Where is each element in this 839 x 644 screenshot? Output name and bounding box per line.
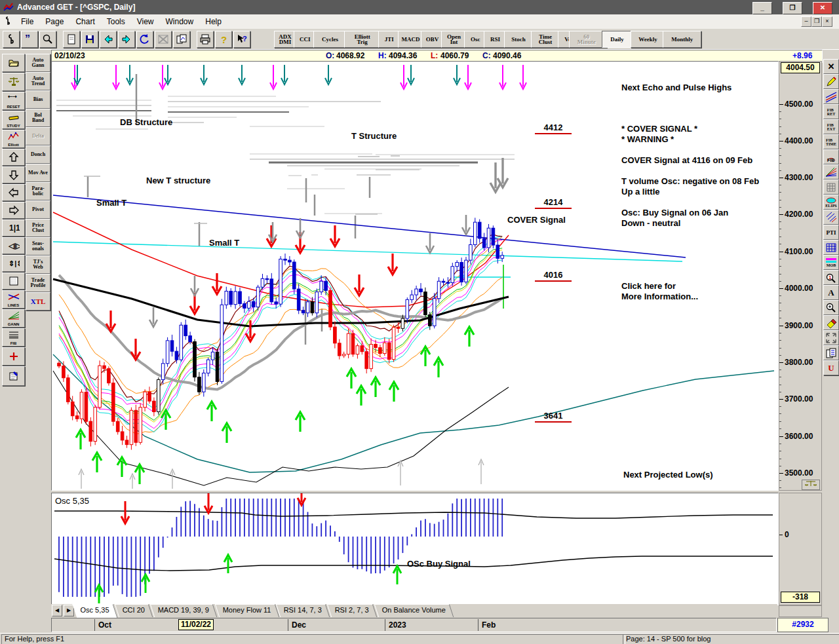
indicator-cycles[interactable]: Cycles bbox=[313, 31, 346, 48]
date-axis[interactable]: Oct11/02/22Dec2023Feb bbox=[51, 618, 777, 632]
period-60[interactable]: 60Minute bbox=[569, 31, 604, 48]
arrow-right-button[interactable] bbox=[118, 31, 135, 48]
rtool-fib-ret[interactable]: FIBRET bbox=[823, 104, 839, 119]
rtool-eraser[interactable] bbox=[823, 315, 839, 330]
rtool-copy[interactable] bbox=[823, 345, 839, 360]
rotate-button[interactable] bbox=[136, 31, 153, 48]
pages-chart-button[interactable] bbox=[173, 31, 190, 48]
printer-button[interactable] bbox=[197, 31, 214, 48]
indicator-osc[interactable]: Osc bbox=[464, 31, 486, 48]
tab-scroll-right[interactable]: ▶ bbox=[64, 605, 74, 616]
menu-page[interactable]: Page bbox=[39, 15, 69, 28]
indicator-rsi[interactable]: RSI bbox=[484, 31, 506, 48]
rtool-fib-time[interactable]: FIBTIME bbox=[823, 134, 839, 149]
rtool-grid[interactable] bbox=[823, 180, 839, 195]
pin-button[interactable] bbox=[3, 31, 20, 48]
oscillator-panel[interactable]: Osc 5,35OSc Buy Signal bbox=[51, 493, 779, 605]
rtool-expand[interactable] bbox=[823, 330, 839, 345]
rtool-close-x[interactable]: ✕ bbox=[823, 59, 839, 74]
sidebar-icon-elliott[interactable]: Elliott bbox=[2, 130, 25, 148]
rtool-blue-grid[interactable] bbox=[823, 240, 839, 255]
sidebar-icon-study[interactable]: STUDY bbox=[2, 111, 25, 129]
menu-chart[interactable]: Chart bbox=[69, 15, 100, 28]
period-weekly[interactable]: Weekly bbox=[631, 31, 666, 48]
indicator-adx[interactable]: ADXDMI bbox=[274, 31, 296, 48]
rtool-fib-ext[interactable]: FIBEXT bbox=[823, 119, 839, 134]
tab-money-flow-11[interactable]: Money Flow 11 bbox=[214, 604, 279, 617]
sidebar-tool-bias[interactable]: Bias bbox=[26, 90, 50, 109]
sidebar-icon-page-1-1[interactable]: 1|1 bbox=[2, 219, 25, 237]
tab-osc-5-35[interactable]: Osc 5,35 bbox=[73, 604, 118, 618]
indicator-open[interactable]: OpenInt bbox=[441, 31, 467, 48]
indicator-cci[interactable]: CCI bbox=[294, 31, 316, 48]
indicator-macd[interactable]: MACD bbox=[398, 31, 424, 48]
sidebar-tool-auto-gann[interactable]: AutoGann bbox=[26, 54, 50, 72]
sidebar-tool-price-clust[interactable]: PriceClust bbox=[26, 219, 50, 237]
tab-rsi-2-7-3[interactable]: RSI 2, 7, 3 bbox=[327, 604, 377, 617]
sidebar-icon-arrow-up[interactable] bbox=[2, 149, 25, 166]
sidebar-icon-v-compress[interactable]: ⇕|⇕ bbox=[2, 255, 25, 272]
sidebar-icon-lines[interactable]: LINES bbox=[2, 290, 25, 309]
sidebar-icon-note[interactable] bbox=[2, 366, 25, 386]
save-button[interactable] bbox=[81, 31, 98, 48]
sidebar-tool-donch[interactable]: Donch bbox=[26, 145, 50, 164]
rtool-hatch[interactable] bbox=[823, 210, 839, 225]
indicator-obv[interactable]: OBV bbox=[421, 31, 443, 48]
menu-help[interactable]: Help bbox=[199, 15, 227, 28]
scales-icon[interactable] bbox=[802, 480, 820, 490]
tab-on-balance-volume[interactable]: On Balance Volume bbox=[374, 604, 454, 617]
indicator-jti[interactable]: JTI bbox=[378, 31, 400, 48]
cursor-help-button[interactable]: ? bbox=[233, 31, 250, 48]
sidebar-icon-folder-open[interactable] bbox=[2, 54, 25, 72]
rtool-text-a[interactable]: A bbox=[823, 285, 839, 300]
close-button[interactable]: ✕ bbox=[813, 2, 832, 14]
sidebar-icon-red-plus[interactable] bbox=[2, 347, 25, 366]
sidebar-tool-para-bolic[interactable]: Para-bolic bbox=[26, 182, 50, 200]
sidebar-icon-h-compress[interactable]: ◁|▷ bbox=[2, 237, 25, 254]
tab-cci-20[interactable]: CCI 20 bbox=[115, 604, 153, 617]
sidebar-tool-mov-ave[interactable]: Mov Ave bbox=[26, 164, 50, 182]
sidebar-icon-dot-grid[interactable] bbox=[2, 273, 25, 290]
indicator-elliott[interactable]: ElliottTrig bbox=[344, 31, 381, 48]
price-axis[interactable]: 4004.50 4500.004400.004300.004200.004100… bbox=[779, 61, 822, 491]
mdi-minimize-button[interactable]: – bbox=[801, 16, 811, 27]
sidebar-tool-pivot[interactable]: Pivot bbox=[26, 200, 50, 219]
sidebar-tool-bol-band[interactable]: BolBand bbox=[26, 109, 50, 127]
mdi-child-icon[interactable] bbox=[4, 16, 12, 27]
period-daily[interactable]: Daily bbox=[602, 31, 633, 48]
arrow-left-button[interactable] bbox=[100, 31, 117, 48]
menu-window[interactable]: Window bbox=[160, 15, 200, 28]
sidebar-tool-trade-profile[interactable]: TradeProfile bbox=[26, 274, 50, 292]
sidebar-icon-gann[interactable]: GANN bbox=[2, 309, 25, 328]
rtool-trend-lines[interactable] bbox=[823, 89, 839, 104]
tab-rsi-14-7-3[interactable]: RSI 14, 7, 3 bbox=[276, 604, 330, 617]
sidebar-icon-scales[interactable] bbox=[2, 73, 25, 91]
sidebar-icon-arrow-down[interactable] bbox=[2, 166, 25, 183]
mdi-restore-button[interactable]: ❒ bbox=[811, 16, 822, 27]
mdi-close-button[interactable]: × bbox=[822, 16, 832, 27]
magnifier-button[interactable] bbox=[39, 31, 56, 48]
doc-new-button[interactable] bbox=[63, 31, 80, 48]
restore-button[interactable]: ❐ bbox=[783, 2, 802, 14]
rtool-fan[interactable] bbox=[823, 164, 839, 180]
menu-tools[interactable]: Tools bbox=[101, 15, 131, 28]
rtool-pencil[interactable] bbox=[823, 74, 839, 89]
grid-x-button[interactable] bbox=[155, 31, 172, 48]
sidebar-icon-reset[interactable]: ⇠⇢RESET bbox=[2, 92, 25, 110]
minimize-button[interactable]: _ bbox=[752, 2, 772, 14]
sidebar-icon-fib[interactable]: FIB bbox=[2, 328, 25, 347]
sidebar-tool-auto-trend[interactable]: AutoTrend bbox=[26, 72, 50, 90]
rtool-fib-arc[interactable]: FIB bbox=[823, 149, 839, 164]
period-monthly[interactable]: Monthly bbox=[663, 31, 701, 48]
tab-scroll-left[interactable]: ◀ bbox=[52, 605, 62, 616]
price-chart[interactable]: 4412421440163641DB StructureT StructureN… bbox=[51, 61, 779, 491]
sidebar-icon-arrow-right[interactable] bbox=[2, 202, 25, 219]
rtool-zoom-plus[interactable] bbox=[823, 300, 839, 315]
menu-file[interactable]: File bbox=[15, 15, 39, 28]
indicator-stoch[interactable]: Stoch bbox=[504, 31, 534, 48]
rtool-mob[interactable]: MOB bbox=[823, 255, 839, 270]
rtool-elips[interactable]: ELIPS bbox=[823, 195, 839, 210]
sidebar-tool-seas-onals[interactable]: Seas-onals bbox=[26, 237, 50, 256]
sidebar-icon-arrow-left[interactable] bbox=[2, 184, 25, 201]
rtool-magnet-u[interactable]: U bbox=[823, 360, 839, 375]
